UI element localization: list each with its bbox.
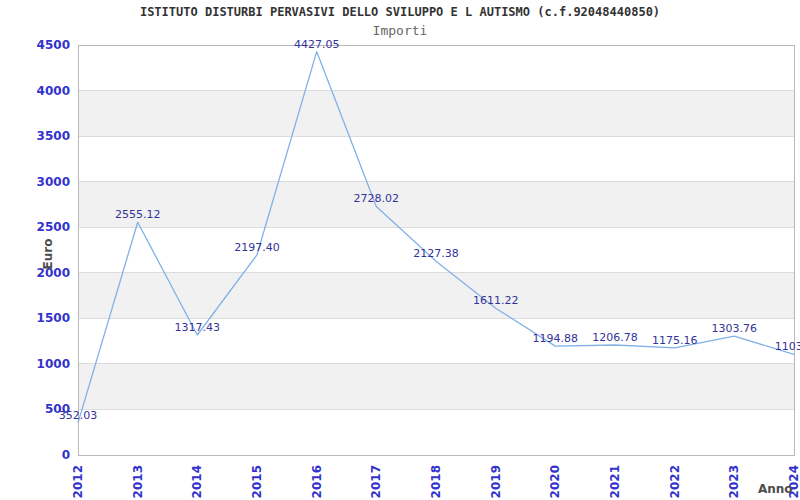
grid-band	[78, 91, 794, 137]
y-tick-label: 0	[62, 448, 70, 462]
x-tick-label: 2023	[727, 465, 741, 498]
y-tick-label: 500	[45, 402, 70, 416]
data-label: 2555.12	[115, 208, 161, 221]
data-label: 1194.88	[533, 332, 579, 345]
x-tick-label: 2014	[190, 465, 204, 498]
x-tick-label: 2022	[668, 465, 682, 498]
line-chart: 352.032555.121317.432197.404427.052728.0…	[0, 0, 800, 500]
data-label: 1611.22	[473, 294, 519, 307]
data-label: 1103.7	[775, 340, 800, 353]
x-tick-label: 2017	[369, 465, 383, 498]
y-tick-label: 4000	[37, 84, 70, 98]
x-tick-label: 2016	[310, 465, 324, 498]
y-tick-label: 2500	[37, 220, 70, 234]
data-label: 1303.76	[712, 322, 758, 335]
x-tick-label: 2015	[250, 465, 264, 498]
x-tick-label: 2012	[71, 465, 85, 498]
data-label: 2127.38	[413, 247, 459, 260]
x-tick-label: 2019	[489, 465, 503, 498]
y-tick-label: 1500	[37, 311, 70, 325]
data-label: 2197.40	[234, 241, 280, 254]
data-label: 1206.78	[592, 331, 638, 344]
x-tick-label: 2021	[608, 465, 622, 498]
chart-window: ISTITUTO DISTURBI PERVASIVI DELLO SVILUP…	[0, 0, 800, 500]
x-tick-label: 2020	[548, 465, 562, 498]
y-axis-title: Euro	[41, 239, 55, 270]
x-tick-label: 2018	[429, 465, 443, 498]
y-tick-label: 3500	[37, 129, 70, 143]
x-tick-label: 2013	[131, 465, 145, 498]
y-tick-label: 4500	[37, 38, 70, 52]
grid-band	[78, 364, 794, 410]
data-label: 4427.05	[294, 38, 340, 51]
y-tick-label: 1000	[37, 357, 70, 371]
data-label: 1317.43	[175, 321, 221, 334]
grid-band	[78, 182, 794, 228]
data-label: 2728.02	[354, 192, 400, 205]
y-tick-label: 3000	[37, 175, 70, 189]
x-axis-title: Anno	[758, 482, 793, 496]
data-label: 1175.16	[652, 334, 698, 347]
